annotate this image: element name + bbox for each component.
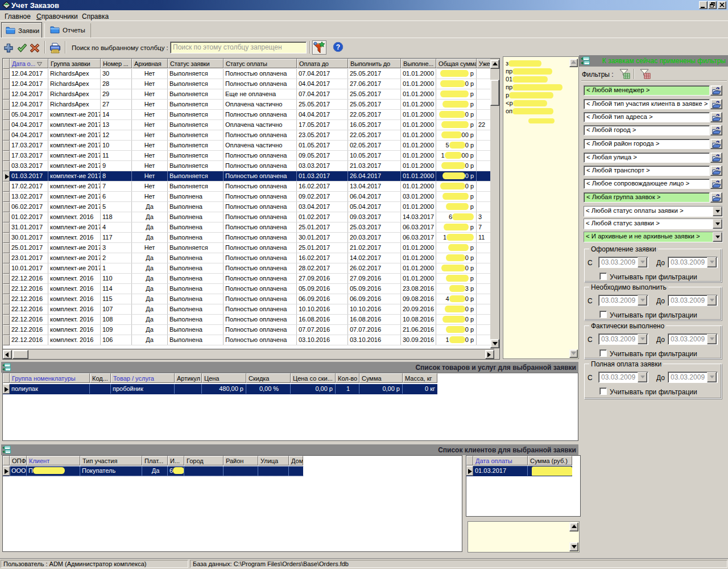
- svg-text:?: ?: [336, 43, 340, 51]
